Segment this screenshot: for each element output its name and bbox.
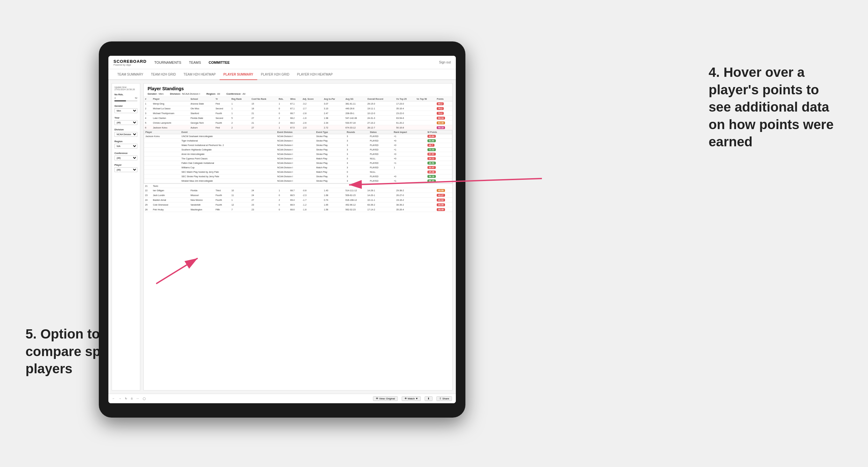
division-select[interactable]: NCAA Division I	[115, 132, 137, 137]
division-filter-display: Division: NCAA Division I	[170, 92, 200, 95]
nav-tournaments[interactable]: TOURNAMENTS	[154, 59, 181, 66]
tab-team-summary[interactable]: TEAM SUMMARY	[114, 69, 147, 80]
tablet-screen: SCOREBOARD Powered by clippi TOURNAMENTS…	[108, 56, 456, 403]
col-reg-rank: Reg Rank	[230, 97, 250, 101]
expanded-table: Player Event Event Division Event Type R…	[144, 130, 452, 183]
content-area: Player Standings Gender: Men Division: N…	[144, 83, 453, 391]
logo-title: SCOREBOARD	[114, 59, 147, 64]
expanded-table-row: SEC Stroke Play hosted by Jerry Pate NCA…	[144, 175, 452, 179]
filter-conference: Conference (All)	[115, 152, 137, 160]
expanded-row: Player Event Event Division Event Type R…	[144, 130, 452, 184]
table-header-row: # Player School Yr Reg Rank Conf No Rank…	[144, 97, 452, 101]
copy-button[interactable]: ⎙	[131, 397, 133, 400]
tab-team-h2h-grid[interactable]: TEAM H2H GRID	[147, 69, 180, 80]
table-row: 22 Ian Gilligan Florida Third 10 24 1 68…	[144, 188, 452, 193]
col-vs25: Vs Top 25	[395, 97, 415, 101]
logo-subtitle: Powered by clippi	[114, 64, 147, 66]
nav-links: TOURNAMENTS TEAMS COMMITTEE	[154, 59, 439, 66]
region-filter-display: Region: All	[206, 92, 220, 95]
table-row: 25 Cole Sherwood Vanderbilt Fourth 12 23…	[144, 203, 452, 207]
col-conf: Conf No Rank	[250, 97, 277, 101]
col-avg-sg: Avg SG	[344, 97, 366, 101]
tab-player-summary[interactable]: PLAYER SUMMARY	[220, 69, 257, 80]
standings-table: # Player School Yr Reg Rank Conf No Rank…	[144, 97, 452, 212]
update-time: Update time: 27/01/2024 16:56:26	[115, 86, 137, 91]
table-row: 4 Luke Clanton Florida State Second 5 27…	[144, 116, 452, 121]
gender-select[interactable]: Men	[115, 108, 137, 113]
conference-filter-display: Conference: All	[226, 92, 245, 95]
sub-navigation: TEAM SUMMARY TEAM H2H GRID TEAM H2H HEAT…	[108, 69, 456, 80]
expanded-table-row: Wake Forest Invitational at Pinehurst No…	[144, 143, 452, 148]
conference-select[interactable]: (All)	[115, 156, 137, 160]
col-yr: Yr	[214, 97, 230, 101]
col-overall: Overall Record	[366, 97, 395, 101]
filter-player: Player (All)	[115, 163, 137, 172]
standings-title: Player Standings	[148, 86, 448, 91]
filter-region: Region N/A	[115, 140, 137, 149]
share-button[interactable]: ⇧ Share	[436, 396, 452, 401]
col-avg-to-par: Avg to-Par	[322, 97, 344, 101]
tab-team-h2h-heatmap[interactable]: TEAM H2H HEATMAP	[180, 69, 220, 80]
download-button[interactable]: ⬇	[425, 396, 433, 401]
region-select[interactable]: N/A	[115, 144, 137, 149]
table-row: 23 Jack Lundin Missouri Fourth 11 24 0 8…	[144, 193, 452, 198]
col-wins: Wins	[289, 97, 302, 101]
expanded-table-row: Southern Highlands Collegiate NCAA Divis…	[144, 148, 452, 152]
expanded-table-row: Tiger Invitational NCAA Division I Strok…	[144, 139, 452, 143]
col-points: Points	[435, 97, 452, 101]
clock-button[interactable]: ◯	[143, 397, 146, 400]
logo: SCOREBOARD Powered by clippi	[114, 59, 147, 66]
main-content: Update time: 27/01/2024 16:56:26 No Rds.…	[108, 80, 456, 394]
filter-year: Year (All)	[115, 116, 137, 125]
expanded-table-row: The Cypress Point Classic NCAA Division …	[144, 157, 452, 161]
expanded-table-row: Fallen Oak Collegiate Invitational NCAA …	[144, 161, 452, 165]
expanded-table-row: Jackson Koivu UNCW Seahawk Intercollegia…	[144, 134, 452, 139]
expanded-table-row: SEC Match Play hosted by Jerry Pate NCAA…	[144, 170, 452, 175]
table-row: 26 Petr Hruby Washington Fifth 7 23 0 68…	[144, 207, 452, 212]
forward-button[interactable]: →	[119, 397, 121, 400]
watch-button[interactable]: 👁 Watch ▼	[402, 396, 421, 401]
tab-player-h2h-heatmap[interactable]: PLAYER H2H HEATMAP	[293, 69, 337, 80]
nav-committee[interactable]: COMMITTEE	[209, 59, 230, 66]
refresh-button[interactable]: ↻	[125, 397, 127, 400]
col-vs50: Vs Top 50	[415, 97, 436, 101]
col-num: #	[144, 97, 152, 101]
table-row: 3 Michael Thorbjornsen Stanford Fourth 1…	[144, 111, 452, 116]
table-row: 2 Michael La Sasso Ole Miss Second 1 18 …	[144, 106, 452, 111]
expanded-table-row: Amer An Intercollegiate NCAA Division I …	[144, 152, 452, 157]
top-navigation: SCOREBOARD Powered by clippi TOURNAMENTS…	[108, 56, 456, 69]
standings-filters: Gender: Men Division: NCAA Division I Re…	[148, 92, 448, 95]
back-button[interactable]: ←	[112, 397, 115, 400]
filter-panel: Update time: 27/01/2024 16:56:26 No Rds.…	[112, 83, 140, 391]
col-rds: Rds.	[277, 97, 289, 101]
gender-filter-display: Gender: Men	[148, 92, 163, 95]
rds-slider[interactable]	[115, 100, 137, 101]
tablet-frame: SCOREBOARD Powered by clippi TOURNAMENTS…	[99, 41, 465, 417]
annotation-hover-points: 4. Hover over a player's points to see a…	[709, 64, 842, 151]
nav-teams[interactable]: TEAMS	[189, 59, 201, 66]
year-select[interactable]: (All)	[115, 120, 137, 125]
filter-gender: Gender Men	[115, 104, 137, 113]
tab-player-h2h-grid[interactable]: PLAYER H2H GRID	[257, 69, 293, 80]
filter-division: Division NCAA Division I	[115, 128, 137, 137]
filter-no-rds: No Rds. 4 52	[115, 93, 137, 101]
expanded-table-row: Williams Cup NCAA Division I Match Play …	[144, 165, 452, 170]
bottom-toolbar: ← → ↻ ⎙ ⋯ ◯ 👁 View: Original 👁 Watch ▼ ⬇…	[108, 394, 456, 403]
standings-header: Player Standings Gender: Men Division: N…	[144, 84, 452, 97]
sign-out-button[interactable]: Sign out	[439, 61, 451, 64]
expanded-table-row: Mirabel Maui Jim Intercollegiate NCAA Di…	[144, 179, 452, 183]
view-original-button[interactable]: 👁 View: Original	[373, 396, 398, 401]
expanded-events: Player Event Event Division Event Type R…	[144, 130, 452, 184]
table-row: 21 Tavio	[144, 184, 452, 188]
table-row: 1 Wenyi Ding Arizona State First 1 15 1 …	[144, 101, 452, 106]
player-select[interactable]: (All)	[115, 167, 137, 172]
col-school: School	[189, 97, 214, 101]
table-row: 6 Jackson Koivu Auburn First 2 27 1 87.5…	[144, 125, 452, 130]
expanded-header-row: Player Event Event Division Event Type R…	[144, 130, 452, 134]
col-adj-score: Adj. Score	[301, 97, 322, 101]
col-player: Player	[152, 97, 189, 101]
table-row: 5 Christo Lamprecht Georgia Tech Fourth …	[144, 121, 452, 125]
table-row: 24 Bastien Amat New Mexico Fourth 1 27 2…	[144, 198, 452, 203]
more-button[interactable]: ⋯	[136, 397, 139, 400]
